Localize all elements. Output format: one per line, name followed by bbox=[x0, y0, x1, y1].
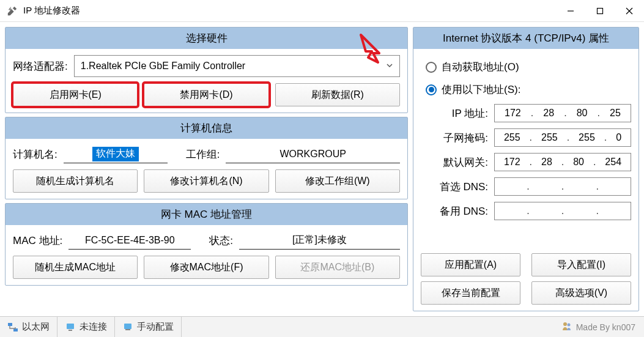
mac-value[interactable]: FC-5C-EE-4E-3B-90 bbox=[68, 231, 191, 250]
modify-computer-name-button[interactable]: 修改计算机名(N) bbox=[144, 169, 268, 193]
close-button[interactable] bbox=[615, 0, 644, 22]
watermark-text: Made By kn007 bbox=[576, 322, 635, 332]
status-connection: 未连接 bbox=[57, 317, 115, 337]
svg-rect-1 bbox=[598, 8, 603, 13]
connection-icon bbox=[65, 322, 76, 333]
mac-status-value: [正常]未修改 bbox=[239, 231, 400, 250]
computer-info-group: 计算机信息 计算机名: 软件大妹 工作组: WORKGROUP 随机生成计算机名… bbox=[5, 117, 408, 199]
adapter-select[interactable]: 1.Realtek PCIe GbE Family Controller bbox=[74, 55, 400, 77]
svg-rect-4 bbox=[8, 323, 12, 326]
radio-checked-icon bbox=[426, 84, 437, 95]
enable-nic-button[interactable]: 启用网卡(E) bbox=[13, 83, 138, 106]
adapter-label: 网络适配器: bbox=[13, 59, 68, 73]
svg-rect-8 bbox=[124, 324, 131, 329]
gateway-input[interactable]: 172. 28. 80. 254 bbox=[494, 153, 631, 171]
app-icon bbox=[6, 5, 18, 17]
subnet-mask-label: 子网掩码: bbox=[421, 131, 488, 145]
watermark: Made By kn007 bbox=[561, 320, 644, 333]
adapter-selected-value: 1.Realtek PCIe GbE Family Controller bbox=[81, 61, 245, 72]
computer-name-input[interactable]: 软件大妹 bbox=[64, 145, 168, 163]
ipv4-header: Internet 协议版本 4 (TCP/IPv4) 属性 bbox=[413, 28, 638, 49]
chevron-down-icon bbox=[386, 61, 393, 72]
mac-status-label: 状态: bbox=[209, 234, 233, 248]
window-title: IP 地址修改器 bbox=[23, 5, 556, 17]
titlebar: IP 地址修改器 bbox=[0, 0, 644, 22]
radio-unchecked-icon bbox=[426, 62, 437, 73]
workgroup-value[interactable]: WORKGROUP bbox=[226, 145, 400, 163]
status-config-text: 手动配置 bbox=[137, 321, 174, 333]
workgroup-label: 工作组: bbox=[186, 147, 220, 161]
svg-point-9 bbox=[563, 322, 567, 326]
restore-mac-button[interactable]: 还原MAC地址(B) bbox=[275, 256, 400, 279]
gateway-label: 默认网关: bbox=[421, 155, 488, 169]
random-mac-button[interactable]: 随机生成MAC地址 bbox=[13, 256, 138, 279]
advanced-options-button[interactable]: 高级选项(V) bbox=[531, 281, 631, 305]
mac-header: 网卡 MAC 地址管理 bbox=[6, 204, 407, 225]
apply-config-button[interactable]: 应用配置(A) bbox=[421, 253, 520, 276]
status-config: 手动配置 bbox=[115, 317, 182, 337]
people-icon bbox=[561, 320, 572, 333]
hardware-header: 选择硬件 bbox=[6, 28, 407, 49]
ip-address-label: IP 地址: bbox=[421, 106, 488, 120]
ipv4-group: Internet 协议版本 4 (TCP/IPv4) 属性 自动获取地址(O) … bbox=[413, 27, 639, 311]
svg-rect-6 bbox=[67, 324, 74, 329]
svg-rect-7 bbox=[68, 330, 72, 331]
import-config-button[interactable]: 导入配置(I) bbox=[531, 253, 631, 276]
config-icon bbox=[122, 322, 133, 333]
mac-group: 网卡 MAC 地址管理 MAC 地址: FC-5C-EE-4E-3B-90 状态… bbox=[5, 203, 408, 286]
status-nic-text: 以太网 bbox=[22, 321, 50, 333]
dns2-label: 备用 DNS: bbox=[421, 204, 488, 218]
maximize-button[interactable] bbox=[585, 0, 615, 22]
ip-address-input[interactable]: 172. 28. 80. 25 bbox=[494, 104, 631, 122]
modify-workgroup-button[interactable]: 修改工作组(W) bbox=[275, 169, 400, 193]
computer-name-value: 软件大妹 bbox=[92, 147, 139, 161]
dns1-input[interactable]: . . . bbox=[494, 177, 631, 196]
minimize-button[interactable] bbox=[556, 0, 585, 22]
radio-manual[interactable]: 使用以下地址(S): bbox=[426, 83, 631, 97]
computer-name-label: 计算机名: bbox=[13, 147, 57, 161]
hardware-group: 选择硬件 网络适配器: 1.Realtek PCIe GbE Family Co… bbox=[5, 27, 408, 113]
radio-manual-label: 使用以下地址(S): bbox=[442, 83, 520, 97]
radio-auto[interactable]: 自动获取地址(O) bbox=[426, 60, 631, 74]
status-connection-text: 未连接 bbox=[80, 321, 107, 333]
dns2-input[interactable]: . . . bbox=[494, 202, 631, 220]
computer-header: 计算机信息 bbox=[6, 117, 407, 139]
window-controls bbox=[556, 0, 644, 22]
save-config-button[interactable]: 保存当前配置 bbox=[421, 281, 520, 305]
radio-auto-label: 自动获取地址(O) bbox=[442, 60, 519, 74]
statusbar: 以太网 未连接 手动配置 Made By kn007 bbox=[0, 316, 644, 337]
network-icon bbox=[7, 322, 18, 333]
status-nic: 以太网 bbox=[0, 317, 57, 337]
modify-mac-button[interactable]: 修改MAC地址(F) bbox=[144, 256, 268, 279]
random-computer-name-button[interactable]: 随机生成计算机名 bbox=[13, 169, 138, 193]
subnet-mask-input[interactable]: 255. 255. 255. 0 bbox=[494, 128, 631, 147]
refresh-button[interactable]: 刷新数据(R) bbox=[275, 83, 400, 106]
mac-label: MAC 地址: bbox=[13, 234, 62, 248]
dns1-label: 首选 DNS: bbox=[421, 180, 488, 194]
svg-point-10 bbox=[567, 324, 570, 327]
disable-nic-button[interactable]: 禁用网卡(D) bbox=[144, 83, 268, 106]
